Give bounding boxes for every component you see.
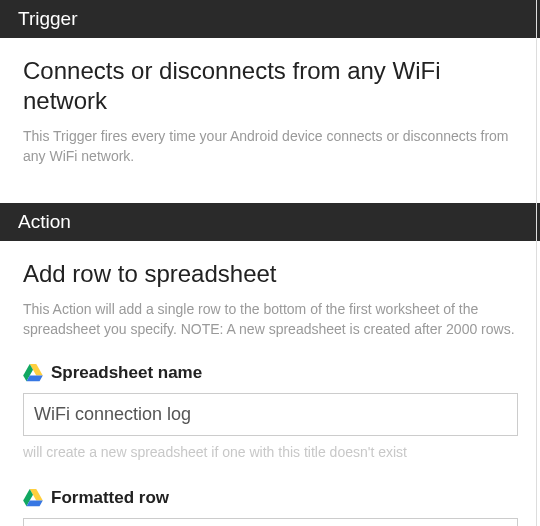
formatted-row-label: Formatted row [51,488,169,508]
trigger-header: Trigger [0,0,540,38]
google-drive-icon [23,364,43,382]
spreadsheet-label: Spreadsheet name [51,363,202,383]
google-drive-icon [23,489,43,507]
formatted-row-label-row: Formatted row [23,488,518,508]
action-title: Add row to spreadsheet [23,259,518,289]
spreadsheet-name-input[interactable] [23,393,518,436]
action-desc: This Action will add a single row to the… [23,299,518,340]
formatted-row-input[interactable]: ConnectedToOrDisconnectedFrom ||| SSID |… [23,518,518,526]
action-header: Action [0,203,540,241]
spreadsheet-hint: will create a new spreadsheet if one wit… [23,444,518,460]
trigger-desc: This Trigger fires every time your Andro… [23,126,518,167]
spreadsheet-label-row: Spreadsheet name [23,363,518,383]
trigger-title: Connects or disconnects from any WiFi ne… [23,56,518,116]
